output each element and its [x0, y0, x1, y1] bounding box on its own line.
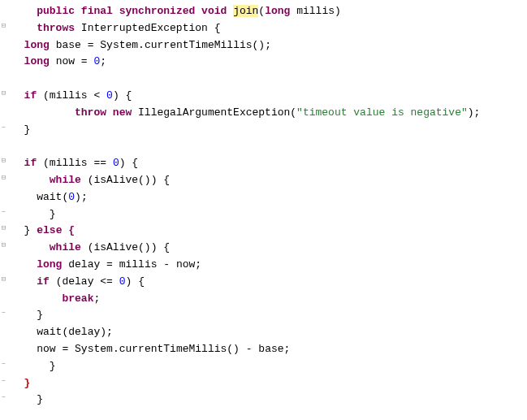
var: base [56, 39, 81, 51]
fold-icon[interactable]: ⊟ [0, 23, 7, 30]
keyword: while [50, 174, 81, 186]
code-line: – } [0, 206, 527, 223]
keyword: while [50, 241, 81, 253]
code-line: – } [0, 307, 527, 324]
brace: } [24, 224, 31, 236]
code-line [0, 138, 527, 155]
fold-end-icon[interactable]: – [0, 310, 7, 317]
paren: ( [43, 89, 50, 102]
type: long [24, 55, 50, 67]
paren: ) [100, 326, 106, 338]
keyword: void [201, 5, 227, 17]
fold-icon[interactable]: ⊟ [0, 90, 7, 97]
code-line: ⊟ if (millis == 0) { [0, 155, 527, 172]
paren: ) [468, 106, 474, 119]
code-line: ⊟ while (isAlive()) { [0, 240, 527, 257]
number: 0 [113, 157, 119, 169]
brace: { [163, 174, 170, 186]
code-line: break; [0, 291, 527, 308]
code-line: long delay = millis - now; [0, 257, 527, 274]
semi: ; [81, 191, 88, 203]
code-line: ⊟ while (isAlive()) { [0, 172, 527, 189]
fold-end-icon[interactable]: – [0, 394, 7, 401]
number: 0 [68, 191, 75, 203]
method-call: wait [37, 326, 62, 338]
paren: ) [119, 157, 126, 169]
keyword: final [81, 5, 113, 17]
op: = [106, 258, 113, 271]
class-ref: IllegalArgumentException [138, 106, 290, 119]
fold-end-icon[interactable]: – [0, 124, 7, 132]
fold-end-icon[interactable]: – [0, 209, 7, 216]
arg: delay [68, 326, 100, 338]
var: base [258, 343, 283, 355]
paren: () [253, 39, 266, 51]
paren: () [138, 241, 151, 253]
code-line: now = System.currentTimeMillis() - base; [0, 341, 527, 358]
op: == [93, 157, 106, 169]
fold-icon[interactable]: ⊟ [0, 158, 7, 165]
number: 0 [119, 275, 126, 288]
fold-icon[interactable]: ⊟ [0, 276, 7, 284]
number: 0 [106, 89, 113, 102]
brace: { [132, 157, 138, 169]
brace: } [24, 377, 31, 389]
paren: ( [258, 5, 265, 17]
keyword: throw [75, 106, 106, 119]
keyword: public [37, 5, 75, 17]
fold-icon[interactable]: ⊟ [0, 225, 7, 232]
keyword: if [37, 275, 50, 288]
method-call: wait [37, 191, 62, 203]
paren: ) [75, 191, 81, 203]
fold-end-icon[interactable]: – [0, 361, 7, 368]
code-line: long now = 0; [0, 54, 527, 71]
code-line: wait(delay); [0, 324, 527, 341]
keyword: break [62, 292, 93, 305]
fold-icon[interactable]: ⊟ [0, 175, 7, 182]
class-ref: InterruptedException [81, 22, 208, 34]
class-ref: System [75, 343, 113, 355]
op: = [81, 55, 88, 67]
paren: ( [290, 106, 296, 119]
type: long [24, 39, 50, 51]
semi: ; [100, 55, 106, 67]
dot: . [113, 343, 119, 355]
code-line: wait(0); [0, 189, 527, 206]
dot: . [138, 39, 145, 51]
code-line [0, 71, 527, 88]
keyword: if [24, 89, 37, 102]
var: millis [50, 89, 88, 102]
var: now [176, 258, 195, 271]
class-ref: System [100, 39, 138, 51]
var: millis [50, 157, 88, 169]
brace: } [50, 208, 56, 220]
code-line: – } [0, 392, 527, 409]
semi: ; [93, 292, 100, 305]
keyword: new [113, 106, 132, 119]
semi: ; [474, 106, 481, 119]
op: = [88, 39, 94, 51]
method-call: isAlive [93, 241, 138, 253]
paren: ) [126, 275, 132, 288]
fold-end-icon[interactable]: – [0, 378, 7, 385]
semi: ; [195, 258, 201, 271]
paren: ) [151, 174, 158, 186]
op: - [163, 258, 170, 271]
keyword: synchronized [119, 5, 196, 17]
code-line: ⊟ if (millis < 0) { [0, 88, 527, 105]
semi: ; [265, 39, 271, 51]
code-line: ⊟ if (delay <= 0) { [0, 274, 527, 291]
fold-icon[interactable]: ⊟ [0, 242, 7, 249]
paren: () [227, 343, 240, 355]
paren: ) [113, 89, 119, 102]
var: millis [119, 258, 158, 271]
op: = [62, 343, 68, 355]
keyword: if [24, 157, 37, 169]
op: <= [100, 275, 113, 288]
code-line: throw new IllegalArgumentException("time… [0, 105, 527, 122]
code-line: ⊟ } else { [0, 223, 527, 240]
code-line: – } [0, 358, 527, 375]
brace: } [50, 360, 56, 372]
var: delay [62, 275, 93, 288]
brace: } [37, 393, 43, 405]
